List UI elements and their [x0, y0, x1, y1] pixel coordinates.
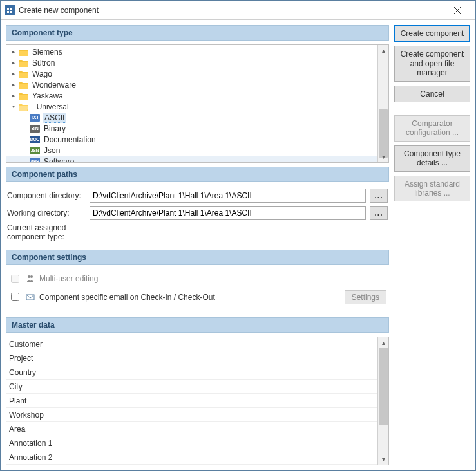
- tree-label: Wonderware: [32, 80, 76, 89]
- tree-scrollbar[interactable]: ▴ ▾: [377, 45, 388, 162]
- folder-icon: [18, 48, 28, 57]
- tree-item-documentation[interactable]: DOC Documentation: [6, 134, 377, 145]
- component-type-details-button[interactable]: Component type details ...: [394, 145, 470, 172]
- tree-label: ASCII: [44, 113, 64, 122]
- json-file-icon: JSN: [30, 146, 40, 155]
- email-checkin-label: Component specific email on Check-In / C…: [39, 293, 215, 302]
- cancel-button[interactable]: Cancel: [394, 86, 470, 102]
- svg-rect-1: [7, 8, 9, 10]
- chevron-right-icon[interactable]: ▸: [9, 80, 18, 89]
- tree-label: Yaskawa: [32, 91, 63, 100]
- master-row-annotation2[interactable]: Annotation 2: [6, 450, 377, 465]
- dialog-body: Component type ▸ Siemens ▸ Sütron ▸: [1, 20, 475, 470]
- main-column: Component type ▸ Siemens ▸ Sütron ▸: [6, 25, 389, 465]
- assign-libraries-button[interactable]: Assign standard libraries ...: [394, 176, 470, 202]
- scroll-thumb[interactable]: [379, 109, 388, 158]
- master-row-workshop[interactable]: Workshop: [6, 408, 377, 422]
- master-label: Area: [6, 425, 53, 434]
- working-directory-input[interactable]: [90, 206, 366, 220]
- section-header-component-type: Component type: [6, 25, 389, 41]
- folder-icon: [18, 80, 28, 89]
- master-row-country[interactable]: Country: [6, 365, 377, 380]
- folder-icon: [18, 59, 28, 68]
- section-header-component-paths: Component paths: [6, 167, 389, 182]
- tree-folder-yaskawa[interactable]: ▸ Yaskawa: [6, 90, 377, 101]
- master-row-plant[interactable]: Plant: [6, 394, 377, 408]
- chevron-right-icon[interactable]: ▸: [9, 69, 18, 78]
- side-column: Create component Create component and op…: [394, 25, 470, 465]
- master-data-table[interactable]: Customer Project Country City Plant Work…: [6, 337, 389, 465]
- browse-working-dir-button[interactable]: ...: [370, 206, 388, 220]
- app-icon: [5, 5, 15, 15]
- scroll-down-icon[interactable]: ▾: [378, 151, 388, 162]
- doc-file-icon: DOC: [30, 135, 40, 144]
- titlebar: Create new component: [1, 1, 475, 20]
- component-paths-body: Component directory: ... Working directo…: [6, 186, 389, 246]
- scroll-thumb[interactable]: [379, 348, 388, 425]
- close-button[interactable]: [444, 1, 470, 19]
- bin-file-icon: BIN: [30, 124, 40, 133]
- tree-label: Wago: [32, 69, 52, 78]
- component-directory-row: Component directory: ...: [7, 189, 388, 203]
- folder-icon: [18, 91, 28, 100]
- master-scrollbar[interactable]: ▴ ▾: [377, 337, 388, 465]
- email-checkin-checkbox[interactable]: [11, 293, 19, 301]
- scroll-up-icon[interactable]: ▴: [378, 45, 388, 56]
- chevron-right-icon[interactable]: ▸: [9, 48, 18, 56]
- tree-item-binary[interactable]: BIN Binary: [6, 123, 377, 134]
- section-header-master-data: Master data: [6, 317, 389, 333]
- master-label: Plant: [6, 396, 53, 405]
- folder-open-icon: [18, 102, 28, 111]
- chevron-right-icon[interactable]: ▸: [9, 91, 18, 100]
- users-icon: [25, 273, 35, 284]
- comparator-config-button[interactable]: Comparator configuration ...: [394, 115, 470, 142]
- tree-folder-sutron[interactable]: ▸ Sütron: [6, 57, 377, 68]
- assigned-type-row: Current assigned component type:: [7, 223, 388, 242]
- email-checkin-row: Component specific email on Check-In / C…: [8, 290, 386, 304]
- master-row-customer[interactable]: Customer: [6, 337, 377, 351]
- master-label: City: [6, 382, 53, 391]
- svg-rect-4: [10, 11, 12, 13]
- master-row-city[interactable]: City: [6, 380, 377, 394]
- master-list: Customer Project Country City Plant Work…: [6, 337, 377, 465]
- svg-rect-3: [7, 11, 9, 13]
- tree-item-software[interactable]: APP Software: [6, 156, 377, 163]
- tree-folder-universal[interactable]: ▾ _Universal: [6, 101, 377, 112]
- close-icon: [454, 7, 461, 14]
- email-settings-button[interactable]: Settings: [345, 290, 386, 304]
- tree-folder-siemens[interactable]: ▸ Siemens: [6, 46, 377, 57]
- master-row-project[interactable]: Project: [6, 351, 377, 365]
- assigned-type-label: Current assigned component type:: [7, 223, 86, 242]
- browse-component-dir-button[interactable]: ...: [370, 189, 388, 203]
- svg-point-8: [30, 275, 33, 278]
- master-label: Country: [6, 368, 53, 377]
- component-type-tree[interactable]: ▸ Siemens ▸ Sütron ▸ Wago: [6, 44, 389, 163]
- chevron-down-icon[interactable]: ▾: [9, 102, 18, 111]
- component-directory-input[interactable]: [90, 189, 366, 203]
- create-and-open-button[interactable]: Create component and open file manager: [394, 46, 470, 81]
- tree-label: Sütron: [32, 59, 55, 68]
- txt-file-icon: TXT: [30, 113, 40, 122]
- tree-label: Software: [44, 157, 74, 163]
- master-row-area[interactable]: Area: [6, 422, 377, 436]
- scroll-up-icon[interactable]: ▴: [378, 337, 388, 348]
- working-directory-row: Working directory: ...: [7, 206, 388, 220]
- tree-item-json[interactable]: JSN Json: [6, 145, 377, 156]
- master-row-annotation1[interactable]: Annotation 1: [6, 436, 377, 450]
- scroll-down-icon[interactable]: ▾: [378, 454, 388, 465]
- working-directory-label: Working directory:: [7, 208, 86, 217]
- tree-folder-wonderware[interactable]: ▸ Wonderware: [6, 79, 377, 90]
- tree-label: Binary: [44, 124, 66, 133]
- tree-list: ▸ Siemens ▸ Sütron ▸ Wago: [6, 45, 377, 163]
- create-component-button[interactable]: Create component: [394, 25, 470, 42]
- tree-label: _Universal: [32, 102, 69, 111]
- master-label: Customer: [6, 340, 53, 349]
- multi-user-row: Multi-user editing: [8, 273, 386, 285]
- svg-point-7: [28, 275, 30, 278]
- tree-folder-wago[interactable]: ▸ Wago: [6, 68, 377, 79]
- component-settings-body: Multi-user editing Component specific em…: [6, 269, 389, 313]
- chevron-right-icon[interactable]: ▸: [9, 59, 18, 67]
- tree-item-ascii[interactable]: TXT ASCII: [6, 112, 377, 123]
- svg-rect-0: [6, 6, 14, 14]
- folder-icon: [18, 69, 28, 78]
